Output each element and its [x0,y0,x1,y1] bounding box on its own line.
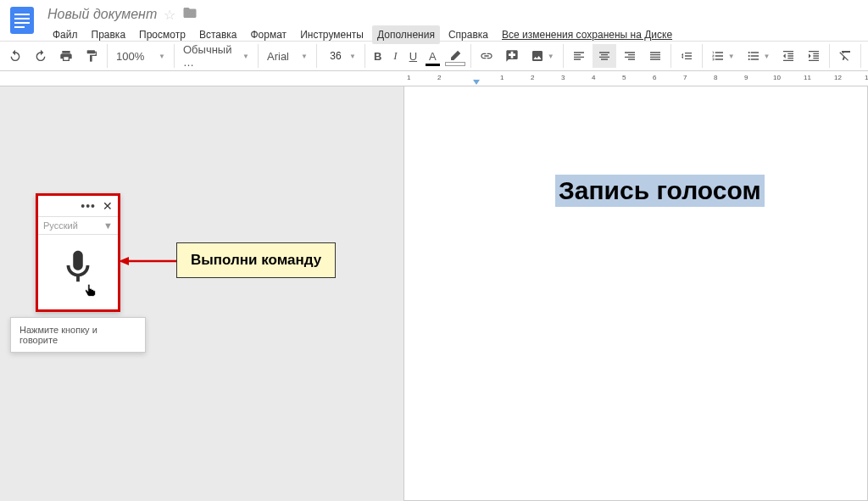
separator [174,44,175,68]
menu-file[interactable]: Файл [47,25,83,44]
separator [470,44,471,68]
svg-marker-6 [119,257,129,265]
font-select[interactable]: Arial▼ [262,44,313,68]
image-button[interactable]: ▼ [526,44,559,68]
link-button[interactable] [475,44,498,68]
voice-typing-panel: ••• ✕ Русский▼ [36,193,120,312]
more-options-icon[interactable]: ••• [81,199,96,213]
clear-format-button[interactable] [833,44,857,68]
app-header: Новый документ ☆ Файл Правка Просмотр Вс… [0,0,868,41]
doc-title[interactable]: Новый документ [47,7,157,22]
separator [316,44,317,68]
svg-rect-3 [14,22,30,24]
menu-view[interactable]: Просмотр [134,25,191,44]
align-center-button[interactable] [593,44,616,68]
redo-button[interactable] [29,44,53,68]
svg-rect-0 [10,7,34,34]
menu-format[interactable]: Формат [245,25,292,44]
menu-addons[interactable]: Дополнения [372,25,440,44]
font-size-input[interactable]: ▼ [320,44,361,68]
menu-edit[interactable]: Правка [86,25,131,44]
horizontal-ruler[interactable]: 1 2 1 2 3 4 5 6 7 8 9 10 11 12 13 [0,71,868,86]
menu-help[interactable]: Справка [443,25,493,44]
bullet-list-button[interactable]: ▼ [742,44,776,68]
separator [258,44,259,68]
menu-tools[interactable]: Инструменты [295,25,369,44]
folder-icon[interactable] [182,5,198,24]
svg-rect-4 [14,26,25,28]
separator [860,44,861,68]
header-content: Новый документ ☆ Файл Правка Просмотр Вс… [47,5,677,44]
indent-decrease-button[interactable] [776,44,800,68]
indent-increase-button[interactable] [802,44,826,68]
align-left-button[interactable] [567,44,591,68]
text-color-button[interactable]: A [424,44,442,68]
style-select[interactable]: Обычный …▼ [178,44,254,68]
separator [107,44,108,68]
italic-button[interactable]: I [388,44,402,68]
microphone-button[interactable] [38,235,118,299]
line-spacing-button[interactable] [675,44,698,68]
voice-tooltip: Нажмите кнопку и говорите [10,317,146,353]
language-select[interactable]: Русский▼ [38,216,118,235]
bold-button[interactable]: B [369,44,387,68]
save-status[interactable]: Все изменения сохранены на Диске [497,25,677,44]
workspace: Запись голосом ••• ✕ Русский▼ Нажмите кн… [0,86,868,501]
separator [702,44,703,68]
comment-button[interactable] [500,44,524,68]
separator [829,44,830,68]
numbered-list-button[interactable]: ▼ [706,44,740,68]
undo-button[interactable] [3,44,27,68]
star-icon[interactable]: ☆ [164,7,175,23]
align-justify-button[interactable] [643,44,667,68]
separator [364,44,365,68]
zoom-select[interactable]: 100%▼ [111,44,170,68]
svg-rect-2 [14,18,30,19]
docs-logo-icon [7,5,37,36]
separator [563,44,564,68]
highlight-button[interactable] [443,44,467,68]
menu-bar: Файл Правка Просмотр Вставка Формат Инст… [47,25,677,44]
paint-format-button[interactable] [80,44,103,68]
align-right-button[interactable] [618,44,642,68]
annotation-callout: Выполни команду [176,242,336,278]
document-page[interactable]: Запись голосом [403,86,868,501]
underline-button[interactable]: U [404,44,422,68]
separator [670,44,671,68]
annotation-arrow-icon [119,253,180,270]
input-mode-button[interactable]: Ру [865,44,868,68]
menu-insert[interactable]: Вставка [194,25,242,44]
print-button[interactable] [54,44,78,68]
document-text-selection[interactable]: Запись голосом [555,175,765,207]
cursor-hand-icon [82,282,97,301]
svg-rect-1 [14,14,30,15]
close-icon[interactable]: ✕ [103,199,113,213]
toolbar: 100%▼ Обычный …▼ Arial▼ ▼ B I U A ▼ ▼ ▼ … [0,41,868,71]
